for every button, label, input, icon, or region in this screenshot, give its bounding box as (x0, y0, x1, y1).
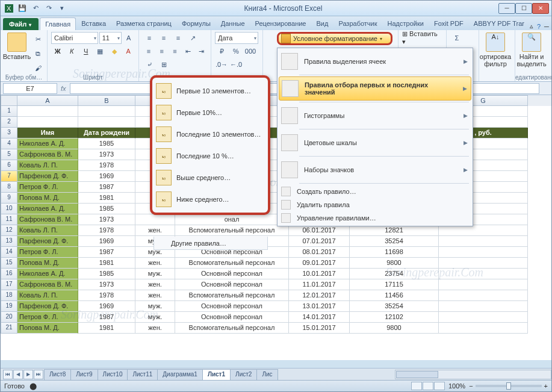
fx-icon[interactable]: fx (61, 85, 66, 92)
sheet-nav-last-icon[interactable]: ⏭ (34, 370, 43, 379)
cell[interactable] (135, 214, 175, 225)
row-header[interactable]: 16 (1, 269, 17, 279)
page-layout-view-icon[interactable] (423, 382, 433, 390)
cell[interactable]: жен. (135, 323, 175, 334)
zoom-in-icon[interactable]: + (544, 382, 548, 390)
align-bot-icon[interactable]: ≡ (172, 31, 185, 45)
cell[interactable]: 1969 (78, 301, 135, 312)
indent-dec-icon[interactable]: ⇤ (182, 45, 194, 58)
row-header[interactable]: 3 (1, 128, 17, 138)
sheet-tab[interactable]: Лист9 (70, 369, 98, 380)
cell[interactable]: 35254 (350, 301, 439, 312)
font-name-combo[interactable]: Calibri (51, 32, 98, 44)
cell[interactable]: 10.01.2017 (289, 269, 350, 279)
autosum-icon[interactable]: Σ (450, 31, 464, 45)
wrap-text-icon[interactable]: ⤶ (143, 58, 156, 71)
align-left-icon[interactable]: ≡ (143, 45, 155, 58)
cell[interactable]: Коваль Л. П. (17, 290, 78, 301)
row-header[interactable]: 4 (1, 138, 17, 149)
cell[interactable]: 13.01.2017 (289, 301, 350, 312)
row-header[interactable]: 21 (1, 323, 17, 334)
cell[interactable]: Коваль Л. П. (17, 160, 78, 171)
merge-icon[interactable]: ⊞ (157, 58, 170, 71)
cell[interactable]: 1987 (78, 312, 135, 323)
macro-record-icon[interactable]: ⬤ (29, 382, 37, 390)
cell[interactable] (439, 290, 528, 301)
cell[interactable]: 11456 (350, 290, 439, 301)
fill-color-icon[interactable]: ◆ (108, 45, 121, 58)
row-header[interactable]: 6 (1, 160, 17, 171)
save-icon[interactable]: 💾 (16, 2, 28, 14)
italic-icon[interactable]: К (66, 45, 79, 58)
cell[interactable]: Парфенов Д. Ф. (17, 301, 78, 312)
sort-filter-button[interactable]: A↓ортировка фильтр (483, 31, 508, 67)
close-button[interactable]: ✕ (532, 3, 549, 14)
help-icon[interactable]: ? (537, 23, 541, 30)
cell[interactable]: Коваль Л. П. (17, 225, 78, 236)
find-select-button[interactable]: 🔍Найти и выделить (519, 31, 544, 67)
cell[interactable]: 12821 (350, 225, 439, 236)
cf-menu-item[interactable]: Управление правилами… (279, 211, 471, 225)
redo-icon[interactable]: ↷ (43, 2, 55, 14)
sheet-tab[interactable]: Лист8 (44, 369, 71, 380)
cell[interactable]: 15.01.2017 (289, 323, 350, 334)
font-size-combo[interactable]: 11 (99, 32, 122, 44)
number-format-combo[interactable]: Дата (215, 32, 258, 44)
conditional-formatting-button[interactable]: Условное форматирование (277, 32, 392, 45)
cell[interactable]: Основной персонал (175, 279, 289, 290)
cell[interactable]: Петров Ф. Л. (17, 182, 78, 193)
cf-menu-item[interactable]: Правила выделения ячеек▶ (279, 49, 471, 73)
indent-inc-icon[interactable]: ⇥ (195, 45, 207, 58)
align-right-icon[interactable]: ≡ (169, 45, 181, 58)
decrease-decimal-icon[interactable]: ←.0 (229, 58, 243, 71)
cf-menu-item[interactable]: Гистограммы▶ (279, 104, 471, 128)
cell[interactable]: муж. (135, 301, 175, 312)
cell[interactable] (439, 269, 528, 279)
cell[interactable]: 1981 (78, 193, 135, 204)
increase-decimal-icon[interactable]: .0→ (215, 58, 228, 71)
cell[interactable]: Попова М. Д. (17, 258, 78, 269)
underline-icon[interactable]: Ч (79, 45, 93, 58)
submenu-item[interactable]: ₁₀Последние 10 элементов… (154, 123, 267, 145)
row-header[interactable]: 8 (1, 182, 17, 193)
percent-icon[interactable]: % (229, 45, 243, 58)
cell[interactable]: Сафронова В. М. (17, 279, 78, 290)
cell[interactable]: онал (175, 214, 289, 225)
ribbon-tab[interactable]: Рецензирование (250, 17, 311, 30)
cell[interactable] (439, 225, 528, 236)
cell[interactable]: муж. (135, 312, 175, 323)
cell[interactable] (78, 117, 135, 128)
row-header[interactable]: 18 (1, 290, 17, 301)
ribbon-tab[interactable]: Вставка (76, 17, 111, 30)
table-header-cell[interactable]: Дата рождени (78, 128, 135, 138)
row-header[interactable]: 12 (1, 225, 17, 236)
cell[interactable]: Николаев А. Д. (17, 138, 78, 149)
ribbon-tab[interactable]: Foxit PDF (429, 17, 468, 30)
comma-icon[interactable]: 000 (244, 45, 257, 58)
cell[interactable]: 23754 (350, 269, 439, 279)
cell[interactable]: 1978 (78, 225, 135, 236)
cell[interactable]: 1978 (78, 160, 135, 171)
ribbon-tab[interactable]: ABBYY PDF Trar (469, 17, 529, 30)
cell[interactable]: 1987 (78, 247, 135, 258)
cell[interactable] (439, 258, 528, 269)
cell[interactable]: 1985 (78, 138, 135, 149)
cell[interactable]: Основной персонал (175, 269, 289, 279)
cell[interactable]: Основной персонал (175, 312, 289, 323)
cell[interactable]: 9800 (350, 258, 439, 269)
maximize-button[interactable]: ☐ (515, 3, 532, 14)
cell[interactable]: жен. (135, 290, 175, 301)
minimize-button[interactable]: ─ (498, 3, 515, 14)
page-break-view-icon[interactable] (434, 382, 445, 390)
submenu-item[interactable]: ₁₀Выше среднего… (154, 167, 267, 188)
cell[interactable]: жен. (135, 258, 175, 269)
cell[interactable]: 17115 (350, 279, 439, 290)
cf-menu-item[interactable]: Создать правило… (279, 185, 471, 198)
cell[interactable]: Николаев А. Д. (17, 269, 78, 279)
cell[interactable]: муж. (135, 269, 175, 279)
row-header[interactable]: 2 (1, 117, 17, 128)
cell[interactable] (439, 323, 528, 334)
cell[interactable]: 1985 (78, 204, 135, 214)
cell[interactable]: Вспомогательный персонал (175, 290, 289, 301)
cell[interactable] (17, 117, 78, 128)
